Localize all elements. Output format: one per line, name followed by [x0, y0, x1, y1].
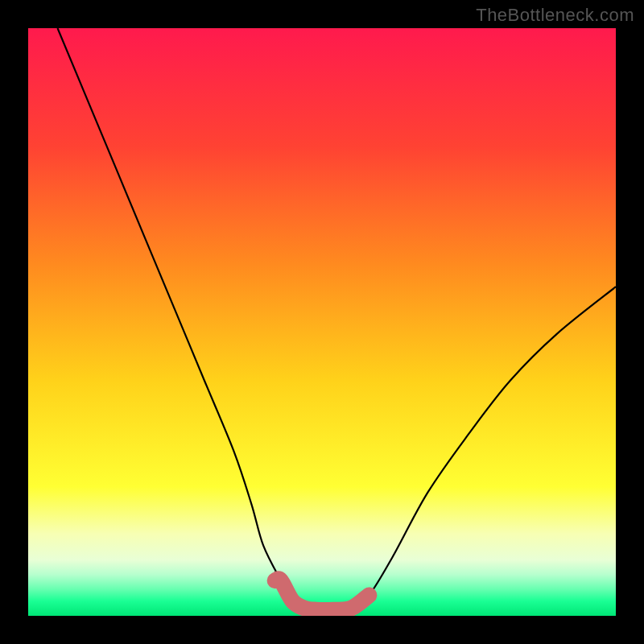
- chart-background-gradient: [28, 28, 616, 616]
- chart-svg: [28, 28, 616, 616]
- chart-plot-area: [28, 28, 616, 616]
- watermark-label: TheBottleneck.com: [476, 5, 634, 26]
- chart-frame: TheBottleneck.com: [0, 0, 644, 644]
